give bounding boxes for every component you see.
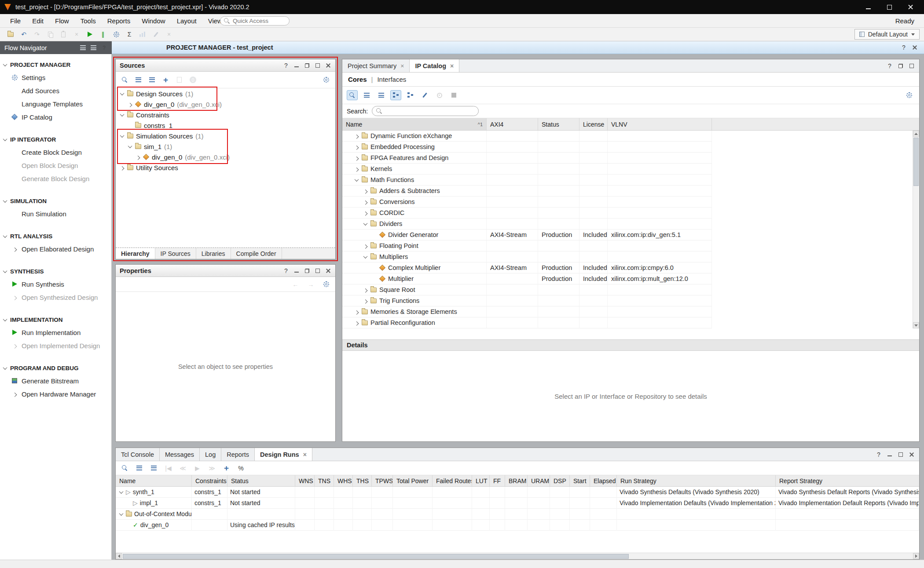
menu-item-flow[interactable]: Flow xyxy=(49,15,75,26)
expander-right[interactable] xyxy=(135,156,140,159)
scroll-right-button[interactable] xyxy=(913,553,919,559)
sources-message-count-badge-button[interactable]: 0 xyxy=(187,75,198,85)
sources-search-button[interactable] xyxy=(119,75,130,85)
expander-right[interactable] xyxy=(363,244,368,248)
results-panel-close-button[interactable] xyxy=(909,451,915,458)
nav-item-run-implementation[interactable]: Run Implementation xyxy=(0,326,111,339)
expander-right[interactable] xyxy=(354,167,359,171)
runs-column-header-tpws[interactable]: TPWS xyxy=(372,475,393,486)
ip-ip-catalog-settings-button[interactable] xyxy=(904,90,915,100)
ip-column-header-name[interactable]: Name^1 xyxy=(342,118,487,130)
nav-item-generate-bitstream[interactable]: Generate Bitstream xyxy=(0,374,111,387)
report-chart-button[interactable] xyxy=(136,29,149,40)
menu-item-reports[interactable]: Reports xyxy=(102,15,136,26)
ip-tree-item-fpga-features-and-design[interactable]: FPGA Features and Design xyxy=(342,153,919,164)
sources-float-button[interactable] xyxy=(304,62,310,69)
ip-tree-item-multiplier[interactable]: MultiplierProductionIncludedxilinx.com:i… xyxy=(342,273,919,284)
window-minimize-button[interactable] xyxy=(859,1,877,13)
ip-tree-item-embedded-processing[interactable]: Embedded Processing xyxy=(342,142,919,153)
results-tab-messages[interactable]: Messages xyxy=(160,448,200,461)
results-panel-maximize-button[interactable] xyxy=(898,451,904,458)
source-tree-item-utility-sources[interactable]: Utility Sources xyxy=(116,162,335,173)
sources-tab-hierarchy[interactable]: Hierarchy xyxy=(116,248,155,259)
runs-column-header-lut[interactable]: LUT xyxy=(472,475,490,486)
runs-create-runs-button[interactable]: + xyxy=(221,463,232,473)
scroll-up-button[interactable] xyxy=(913,131,919,137)
runs-rewind-button[interactable]: ≪ xyxy=(177,463,188,473)
runs-column-header-elapsed[interactable]: Elapsed xyxy=(590,475,617,486)
expander-right[interactable] xyxy=(354,135,359,138)
sources-close-button[interactable] xyxy=(325,62,331,69)
expander-down[interactable] xyxy=(119,113,125,117)
source-tree-item-div-gen-0[interactable]: div_gen_0(div_gen_0.xci) xyxy=(116,99,335,109)
runs-column-header-run-strategy[interactable]: Run Strategy xyxy=(617,475,776,486)
expander-right[interactable] xyxy=(354,146,359,149)
expander-down[interactable] xyxy=(354,178,359,182)
quick-access-input[interactable] xyxy=(233,18,282,24)
flow-help-button[interactable]: ? xyxy=(101,44,107,51)
ip-group-by-category-button[interactable] xyxy=(390,90,401,100)
ip-tree-item-memories-storage-elements[interactable]: Memories & Storage Elements xyxy=(342,306,919,317)
expander-down[interactable] xyxy=(118,491,124,494)
sources-tab-compile-order[interactable]: Compile Order xyxy=(231,248,282,259)
nav-section-header-program-and-debug[interactable]: PROGRAM AND DEBUG xyxy=(0,362,111,374)
runs-show-percentage-button[interactable]: % xyxy=(235,463,246,473)
subtab-interfaces[interactable]: Interfaces xyxy=(377,76,406,83)
runs-expand-all-button[interactable] xyxy=(148,463,159,473)
ip-target-device-button[interactable] xyxy=(434,90,445,100)
runs-run-selected-button[interactable]: ▶ xyxy=(192,463,203,473)
ip-tree-item-partial-reconfiguration[interactable]: Partial Reconfiguration xyxy=(342,317,919,328)
ip-search-button[interactable] xyxy=(347,90,358,100)
expander-right[interactable] xyxy=(363,200,368,204)
quick-access-search[interactable] xyxy=(220,16,290,25)
sources-open-report-button[interactable] xyxy=(174,75,185,85)
sources-tab-libraries[interactable]: Libraries xyxy=(196,248,231,259)
run-row-impl-1[interactable]: ▷impl_1constrs_1Not startedVivado Implem… xyxy=(116,498,919,509)
results-tab-tcl-console[interactable]: Tcl Console xyxy=(116,448,160,461)
results-panel-minimize-button[interactable] xyxy=(887,451,893,458)
subtab-cores[interactable]: Cores xyxy=(348,76,367,83)
sources-add-sources-button[interactable]: + xyxy=(160,75,171,85)
horizontal-scrollbar[interactable] xyxy=(116,553,919,559)
ip-ip-settings-button[interactable] xyxy=(419,90,430,100)
ip-search-input[interactable] xyxy=(385,108,474,114)
ip-column-header-vlnv[interactable]: VLNV xyxy=(608,118,712,130)
expander-right[interactable] xyxy=(363,211,368,215)
menu-item-file[interactable]: File xyxy=(4,15,26,26)
ip-tree-item-multipliers[interactable]: Multipliers xyxy=(342,251,919,262)
sources-maximize-button[interactable] xyxy=(315,62,321,69)
runs-column-header-dsp[interactable]: DSP xyxy=(550,475,570,486)
properties-next-object-button[interactable]: → xyxy=(305,279,316,289)
window-close-button[interactable] xyxy=(901,1,920,13)
nav-item-open-implemented-design[interactable]: Open Implemented Design xyxy=(0,339,111,352)
expander-right[interactable] xyxy=(363,288,368,291)
sources-help-button[interactable]: ? xyxy=(283,62,289,69)
ip-panel-help-button[interactable]: ? xyxy=(887,63,893,69)
scroll-left-button[interactable] xyxy=(116,553,122,559)
runs-column-header-whs[interactable]: WHS xyxy=(334,475,353,486)
ip-tree-item-divider-generator[interactable]: Divider GeneratorAXI4-StreamProductionIn… xyxy=(342,229,919,240)
scroll-down-button[interactable] xyxy=(913,322,919,328)
vertical-scrollbar[interactable] xyxy=(913,131,919,328)
ip-column-header-license[interactable]: License xyxy=(579,118,608,130)
window-maximize-button[interactable] xyxy=(880,1,898,13)
nav-section-header-implementation[interactable]: IMPLEMENTATION xyxy=(0,313,111,326)
nav-section-header-simulation[interactable]: SIMULATION xyxy=(0,195,111,207)
expander-right[interactable] xyxy=(354,310,359,313)
results-panel-help-button[interactable]: ? xyxy=(876,451,882,458)
runs-column-header-constraints[interactable]: Constraints xyxy=(192,475,227,486)
runs-search-button[interactable] xyxy=(119,463,130,473)
runs-go-first-button[interactable]: |◀ xyxy=(163,463,174,473)
expander-right[interactable] xyxy=(363,299,368,302)
ip-tree-item-dynamic-function-exchange[interactable]: Dynamic Function eXchange xyxy=(342,131,919,142)
cancel-button[interactable]: × xyxy=(163,29,175,40)
properties-float-button[interactable] xyxy=(304,268,310,274)
results-tab-log[interactable]: Log xyxy=(200,448,221,461)
nav-item-open-hardware-manager[interactable]: Open Hardware Manager xyxy=(0,387,111,401)
ip-tree-item-conversions[interactable]: Conversions xyxy=(342,197,919,208)
nav-item-create-block-design[interactable]: Create Block Design xyxy=(0,146,111,159)
run-row-out-of-context-module-runs[interactable]: Out-of-Context Module Runs xyxy=(116,509,919,520)
nav-section-header-synthesis[interactable]: SYNTHESIS xyxy=(0,265,111,277)
expander-down[interactable] xyxy=(119,135,125,138)
run-row-div-gen-0[interactable]: ✓div_gen_0Using cached IP results xyxy=(116,520,919,531)
